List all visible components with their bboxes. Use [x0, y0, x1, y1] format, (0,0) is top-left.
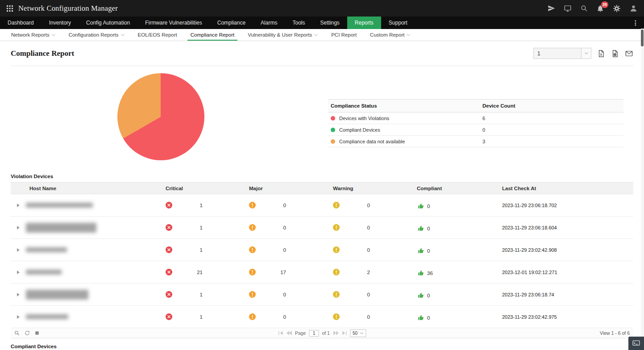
table-search-icon[interactable]	[14, 330, 20, 336]
pager-last-icon[interactable]	[342, 331, 347, 335]
critical-icon	[166, 313, 172, 320]
major-icon	[249, 313, 256, 320]
console-icon	[632, 340, 640, 347]
status-label: Compliant Devices	[339, 127, 380, 133]
report-select-chevron-icon[interactable]	[581, 48, 591, 58]
status-dot	[331, 128, 335, 132]
major-count: 17	[256, 270, 286, 275]
display-icon[interactable]	[564, 4, 572, 12]
legend-header: Compliance Status Device Count	[328, 99, 623, 112]
nav-item-firmware-vulnerabilities[interactable]: Firmware Vulnerabilities	[137, 17, 210, 29]
subnav-item-eol-eos-report[interactable]: EOL/EOS Report	[131, 29, 184, 41]
subnav-item-custom-report[interactable]: Custom Report	[363, 29, 417, 41]
export-pdf-icon[interactable]	[597, 50, 605, 58]
device-count: 0	[482, 127, 623, 133]
scrollbar-track[interactable]	[641, 29, 644, 350]
app-launcher-icon[interactable]	[6, 5, 13, 12]
status-label: Compliance data not available	[339, 139, 405, 144]
title-actions: 1	[533, 48, 633, 59]
nav-item-reports[interactable]: Reports	[347, 17, 381, 29]
column-header-compliant[interactable]: Compliant	[417, 186, 502, 191]
critical-cell: 1	[166, 291, 249, 298]
subnav-item-vulnerability-user-reports[interactable]: Vulnerability & User Reports	[241, 29, 324, 41]
expand-row-icon[interactable]	[17, 226, 20, 229]
expand-row-icon[interactable]	[17, 271, 20, 274]
host-name-cell	[11, 247, 166, 252]
major-icon	[249, 202, 256, 208]
chevron-down-icon	[121, 34, 125, 36]
subnav-item-compliance-report[interactable]: Compliance Report	[184, 29, 241, 41]
last-check-cell: 2023-11-29 23:06:18.74	[502, 292, 633, 297]
notifications-bell-icon[interactable]: 26	[596, 4, 604, 12]
search-icon[interactable]	[580, 4, 588, 12]
nav-item-dashboard[interactable]: Dashboard	[0, 17, 42, 29]
page-size-select[interactable]: 50	[350, 329, 366, 337]
more-options-icon[interactable]: ⋮	[627, 17, 644, 29]
email-report-icon[interactable]	[625, 50, 633, 58]
subnav-item-network-reports[interactable]: Network Reports	[4, 29, 62, 41]
expand-row-icon[interactable]	[17, 204, 20, 207]
nav-item-config-automation[interactable]: Config Automation	[79, 17, 137, 29]
host-name-redacted	[26, 270, 62, 275]
warning-cell: 2	[333, 269, 417, 275]
last-check-cell: 2023-11-29 23:02:42.975	[502, 314, 633, 320]
warning-cell: 0	[333, 246, 417, 253]
host-name-cell	[11, 314, 166, 319]
violation-device-row: 10002023-11-29 23:06:18.74	[11, 283, 633, 306]
page-number-input[interactable]: 1	[309, 330, 319, 337]
report-subnav: Network ReportsConfiguration ReportsEOL/…	[0, 29, 644, 41]
nav-item-settings[interactable]: Settings	[312, 17, 347, 29]
host-name-cell	[11, 223, 166, 233]
column-header-host-name[interactable]: Host Name	[11, 186, 166, 191]
column-header-major[interactable]: Major	[249, 186, 333, 191]
column-header-warning[interactable]: Warning	[333, 186, 417, 191]
pager-next-icon[interactable]	[333, 331, 339, 335]
compliant-count: 0	[427, 293, 430, 298]
critical-cell: 1	[166, 313, 249, 320]
legend-row-compliance-data-not-available: Compliance data not available3	[328, 136, 623, 147]
compliant-cell: 0	[417, 202, 502, 208]
expand-row-icon[interactable]	[17, 248, 20, 252]
subnav-item-label: Configuration Reports	[69, 32, 119, 38]
pager-first-icon[interactable]	[278, 331, 283, 335]
app-title: Network Configuration Manager	[18, 4, 118, 13]
pager-prev-icon[interactable]	[286, 331, 292, 335]
status-dot	[331, 139, 335, 144]
subnav-item-label: PCI Report	[331, 32, 357, 38]
nav-item-tools[interactable]: Tools	[285, 17, 312, 29]
table-columns-icon[interactable]	[35, 331, 39, 335]
major-cell: 0	[249, 246, 333, 253]
nav-item-support[interactable]: Support	[381, 17, 415, 29]
page-content: Compliance Report 1 Compliance Status	[0, 41, 644, 349]
subnav-item-configuration-reports[interactable]: Configuration Reports	[62, 29, 131, 41]
nav-item-compliance[interactable]: Compliance	[210, 17, 253, 29]
nav-item-inventory[interactable]: Inventory	[42, 17, 79, 29]
status-label: Devices with Violations	[339, 116, 389, 121]
last-check-cell: 2023-11-29 23:06:18.604	[502, 225, 633, 230]
critical-icon	[166, 202, 172, 208]
chevron-down-icon	[52, 34, 55, 36]
expand-row-icon[interactable]	[17, 293, 20, 296]
thumbs-up-icon	[418, 203, 424, 209]
settings-gear-icon[interactable]	[613, 4, 621, 12]
table-refresh-icon[interactable]	[25, 330, 30, 336]
nav-item-alarms[interactable]: Alarms	[253, 17, 285, 29]
warning-cell: 0	[333, 224, 417, 231]
report-number-select[interactable]: 1	[533, 48, 591, 59]
thumbs-up-icon	[418, 247, 424, 254]
warning-icon	[333, 291, 340, 298]
major-count: 0	[256, 314, 286, 320]
host-name-redacted	[26, 314, 68, 319]
send-icon[interactable]	[548, 4, 555, 12]
scrollbar-thumb[interactable]	[641, 29, 644, 46]
subnav-item-pci-report[interactable]: PCI Report	[324, 29, 363, 41]
user-avatar[interactable]	[629, 4, 638, 12]
console-button[interactable]	[628, 337, 644, 350]
critical-icon	[166, 269, 172, 275]
major-count: 0	[256, 292, 286, 297]
main-nav: DashboardInventoryConfig AutomationFirmw…	[0, 17, 644, 29]
export-xls-icon[interactable]	[611, 50, 619, 58]
column-header-last-check-at[interactable]: Last Check At	[502, 186, 633, 191]
expand-row-icon[interactable]	[17, 315, 20, 319]
column-header-critical[interactable]: Critical	[166, 186, 249, 191]
